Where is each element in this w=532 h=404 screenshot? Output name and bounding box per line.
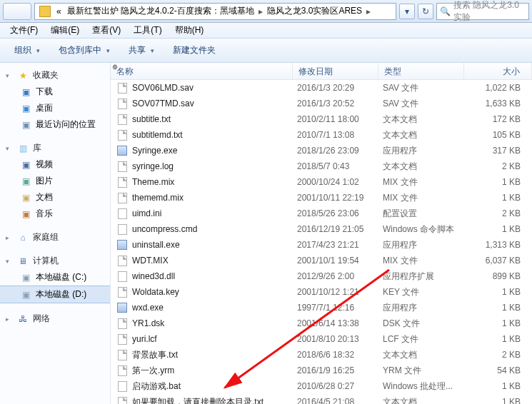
libraries-header[interactable]: ▾ ▥ 库 xyxy=(0,140,110,156)
file-row[interactable]: WDT.MIX2001/10/1 19:54MIX 文件6,037 KB xyxy=(111,253,532,268)
col-name[interactable]: 名称 xyxy=(111,63,293,79)
nav-item[interactable]: ▣音乐 xyxy=(0,206,110,222)
file-date: 1997/7/1 12:16 xyxy=(297,303,383,313)
file-size: 105 KB xyxy=(468,130,532,140)
menu-file[interactable]: 文件(F) xyxy=(4,23,44,38)
file-row[interactable]: wined3d.dll2012/9/26 2:00应用程序扩展899 KB xyxy=(111,268,532,284)
nav-item[interactable]: ▣桌面 xyxy=(0,100,110,116)
computer-header[interactable]: ▾ 🖥 计算机 xyxy=(0,253,110,269)
file-row[interactable]: wxd.exe1997/7/1 12:16应用程序1 KB xyxy=(111,300,532,315)
nav-item-icon: ▣ xyxy=(20,103,31,114)
file-icon xyxy=(116,192,128,203)
nav-item[interactable]: ▣本地磁盘 (D:) xyxy=(0,286,110,303)
file-icon xyxy=(116,82,128,94)
favorites-group: ▾ ★ 收藏夹 ▣下载▣桌面▣最近访问的位置 xyxy=(0,67,110,133)
file-date: 2018/5/7 0:43 xyxy=(297,161,383,171)
file-row[interactable]: subtitle.txt2010/2/11 18:00文本文档172 KB xyxy=(111,111,532,127)
col-date[interactable]: 修改日期 xyxy=(293,63,378,79)
file-icon xyxy=(116,208,128,219)
file-name: 第一次.yrm xyxy=(132,365,297,377)
file-icon xyxy=(116,365,128,376)
file-type: MIX 文件 xyxy=(383,255,468,267)
file-row[interactable]: YR1.dsk2001/6/14 13:38DSK 文件1 KB xyxy=(111,315,532,331)
file-row[interactable]: 如果要卸载，请直接删除本目录.txt2016/4/5 21:08文本文档1 KB xyxy=(111,394,532,404)
menu-view[interactable]: 查看(V) xyxy=(86,23,126,38)
file-row[interactable]: 第一次.yrm2016/1/9 16:25YRM 文件54 KB xyxy=(111,363,532,378)
new-folder-button[interactable]: 新建文件夹 xyxy=(166,42,223,59)
nav-item[interactable]: ▣下载 xyxy=(0,84,110,100)
file-date: 2001/10/12 1:21 xyxy=(297,287,383,297)
file-name: YR1.dsk xyxy=(132,318,297,328)
nav-item[interactable]: ▣视频 xyxy=(0,156,110,173)
search-input[interactable]: 🔍 搜索 隐风之龙3.0实验 xyxy=(436,3,529,20)
col-size[interactable]: 大小 xyxy=(464,63,532,79)
file-type: 应用程序 xyxy=(383,302,468,314)
refresh-button[interactable]: ↻ xyxy=(418,4,433,19)
col-type[interactable]: 类型 xyxy=(378,63,464,79)
file-row[interactable]: SOV07TMD.sav2016/1/3 20:52SAV 文件1,633 KB xyxy=(111,96,532,111)
star-icon: ★ xyxy=(17,70,29,81)
breadcrumb-dropdown[interactable]: ▾ xyxy=(399,4,415,19)
file-size: 1 KB xyxy=(468,318,532,328)
file-type: 文本文档 xyxy=(383,349,468,361)
include-library-button[interactable]: 包含到库中 xyxy=(51,42,117,59)
file-row[interactable]: 启动游戏.bat2010/6/28 0:27Windows 批处理...1 KB xyxy=(111,378,532,394)
file-row[interactable]: SOV06LMD.sav2016/1/3 20:29SAV 文件1,022 KB xyxy=(111,80,532,96)
nav-item-label: 下载 xyxy=(36,86,53,98)
nav-item-label: 视频 xyxy=(36,158,53,171)
file-date: 2010/6/28 0:27 xyxy=(297,381,383,391)
nav-item-icon: ▣ xyxy=(20,289,31,301)
file-date: 2016/1/9 16:25 xyxy=(297,365,383,375)
favorites-header[interactable]: ▾ ★ 收藏夹 xyxy=(0,67,110,84)
homegroup-header[interactable]: ▸ ⌂ 家庭组 xyxy=(0,229,110,246)
file-size: 1 KB xyxy=(468,381,532,391)
main-area: ▾ ★ 收藏夹 ▣下载▣桌面▣最近访问的位置 ▾ ▥ 库 ▣视频▣图片▣文档▣音… xyxy=(0,63,532,404)
file-type: 文本文档 xyxy=(383,161,468,173)
file-row[interactable]: 背景故事.txt2018/6/6 18:32文本文档2 KB xyxy=(111,347,532,363)
menu-bar: 文件(F) 编辑(E) 查看(V) 工具(T) 帮助(H) xyxy=(0,23,532,39)
file-icon xyxy=(116,396,128,404)
chevron-down-icon: ▾ xyxy=(6,72,13,79)
menu-help[interactable]: 帮助(H) xyxy=(169,23,210,38)
file-row[interactable]: uncompress.cmd2016/12/19 21:05Windows 命令… xyxy=(111,221,532,237)
file-row[interactable]: thememd.mix2001/10/11 22:19MIX 文件1 KB xyxy=(111,190,532,206)
breadcrumb[interactable]: « 最新红警出炉 隐风之龙4.0.2-百度搜索：黑域基地 ▸ 隐风之龙3.0实验… xyxy=(34,3,396,20)
file-row[interactable]: uimd.ini2018/5/26 23:06配置设置2 KB xyxy=(111,206,532,221)
file-row[interactable]: Syringe.exe2018/1/26 23:09应用程序317 KB xyxy=(111,143,532,158)
search-icon: 🔍 xyxy=(440,6,451,16)
file-row[interactable]: Woldata.key2001/10/12 1:21KEY 文件1 KB xyxy=(111,284,532,300)
file-type: MIX 文件 xyxy=(383,176,468,188)
menu-edit[interactable]: 编辑(E) xyxy=(45,23,85,38)
file-name: subtitle.txt xyxy=(132,114,297,124)
share-button[interactable]: 共享 xyxy=(121,42,161,59)
nav-item[interactable]: ▣图片 xyxy=(0,173,110,189)
file-type: SAV 文件 xyxy=(383,98,468,110)
chevron-right-icon[interactable]: ▸ xyxy=(257,6,264,16)
file-size: 2 KB xyxy=(468,350,532,360)
file-name: 背景故事.txt xyxy=(132,349,297,361)
file-icon xyxy=(116,302,128,313)
file-row[interactable]: yuri.lcf2001/8/10 20:13LCF 文件1 KB xyxy=(111,331,532,347)
file-name: syringe.log xyxy=(132,161,297,171)
chevron-right-icon[interactable]: ▸ xyxy=(365,6,372,16)
menu-tools[interactable]: 工具(T) xyxy=(128,23,167,38)
organize-button[interactable]: 组织 xyxy=(7,42,47,59)
nav-item[interactable]: ▣文档 xyxy=(0,189,110,206)
file-type: KEY 文件 xyxy=(383,286,468,298)
breadcrumb-seg[interactable]: 最新红警出炉 隐风之龙4.0.2-百度搜索：黑域基地 xyxy=(64,5,257,17)
file-row[interactable]: Theme.mix2000/10/24 1:02MIX 文件1 KB xyxy=(111,174,532,190)
nav-item-icon: ▣ xyxy=(20,86,31,98)
search-placeholder: 搜索 隐风之龙3.0实验 xyxy=(453,0,526,24)
network-header[interactable]: ▸ 🖧 网络 xyxy=(0,310,110,327)
file-row[interactable]: subtitlemd.txt2010/7/1 13:08文本文档105 KB xyxy=(111,127,532,143)
address-bar: « 最新红警出炉 隐风之龙4.0.2-百度搜索：黑域基地 ▸ 隐风之龙3.0实验… xyxy=(0,0,532,23)
nav-back-forward[interactable] xyxy=(3,3,31,20)
nav-item[interactable]: ▣最近访问的位置 xyxy=(0,116,110,133)
nav-item-label: 最近访问的位置 xyxy=(36,118,96,131)
file-size: 1 KB xyxy=(468,224,532,234)
breadcrumb-seg[interactable]: 隐风之龙3.0实验区ARES xyxy=(264,5,365,17)
file-row[interactable]: uninstall.exe2017/4/23 21:21应用程序1,313 KB xyxy=(111,237,532,253)
nav-item-label: 本地磁盘 (C:) xyxy=(36,271,86,283)
file-row[interactable]: syringe.log2018/5/7 0:43文本文档2 KB xyxy=(111,158,532,174)
nav-item[interactable]: ▣本地磁盘 (C:) xyxy=(0,269,110,286)
